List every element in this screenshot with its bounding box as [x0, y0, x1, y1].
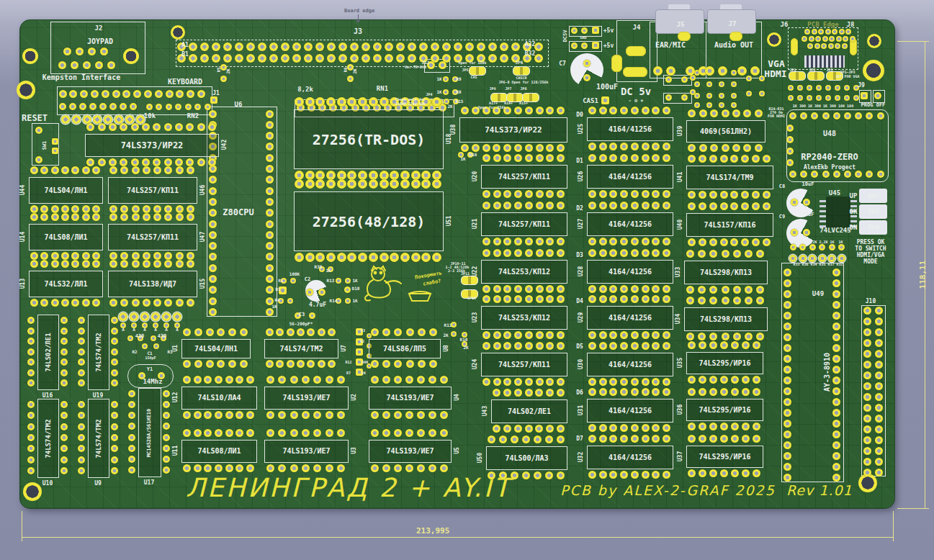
pad: [27, 317, 35, 324]
pad: [709, 238, 717, 246]
ic-ref: U15: [199, 278, 206, 288]
pad: [699, 155, 706, 163]
pad: [631, 202, 639, 209]
pad: [545, 471, 553, 479]
pad: [706, 81, 712, 87]
pad: [863, 425, 871, 433]
pad: [571, 27, 578, 34]
pad: [875, 415, 883, 423]
pad: [875, 371, 883, 379]
pad: [142, 343, 148, 349]
pad: [631, 285, 639, 293]
pad: [185, 104, 192, 110]
pad: [753, 435, 760, 443]
pad: [396, 54, 405, 63]
pad: [746, 76, 752, 81]
pad: [287, 360, 295, 368]
pad: [789, 255, 796, 262]
pcb-3d-viewport[interactable]: Board edge 213,995 118,11 ЛЕНИНГРАД 2 + …: [0, 0, 934, 560]
ic-u7: 74LS74/ТМ2: [264, 339, 338, 358]
pad: [642, 424, 650, 432]
pad: [143, 166, 151, 174]
pad: [371, 376, 379, 384]
pad: [835, 85, 840, 91]
pad: [557, 435, 565, 443]
pad: [745, 333, 753, 340]
pad: [783, 441, 791, 449]
silk-label: 1K: [436, 90, 441, 94]
pad: [801, 36, 807, 42]
pad: [305, 97, 315, 107]
pad: [394, 464, 402, 472]
ic-u41: 74LS174/ТМ9: [686, 166, 773, 189]
pad: [875, 458, 883, 466]
pad: [194, 464, 202, 472]
pad: [493, 238, 501, 245]
pad: [514, 107, 522, 114]
silk-label: JP5: [462, 68, 468, 72]
pad: [732, 144, 740, 152]
pad: [536, 190, 544, 198]
silk-label: FOR HDMI: [768, 114, 785, 118]
pad: [699, 202, 706, 210]
pad: [132, 260, 140, 268]
silk-label: R38: [315, 265, 323, 269]
pad: [175, 104, 181, 110]
ic-ref: U12: [172, 392, 179, 402]
pad: [164, 123, 172, 131]
silk-label: CAS1: [583, 98, 598, 104]
silk-label: CAS: [470, 76, 477, 79]
ic-ref: U39: [677, 125, 683, 135]
pad: [631, 424, 639, 432]
pad: [82, 166, 90, 174]
pad: [176, 299, 184, 307]
pad: [631, 238, 639, 245]
silk-label: 8,2k: [297, 86, 313, 93]
silk-label: R13: [327, 279, 335, 283]
dim-width-label: 213,995: [416, 527, 449, 535]
pad: [534, 435, 542, 443]
pad: [209, 209, 217, 217]
pad: [111, 456, 118, 464]
pad: [706, 102, 712, 108]
pad: [690, 75, 696, 81]
pad: [30, 166, 38, 174]
pad: [753, 341, 760, 349]
pad: [107, 61, 115, 69]
pad: [266, 121, 274, 129]
ic-ref: U22: [472, 266, 478, 276]
pad: [755, 144, 763, 152]
pad: [295, 253, 304, 262]
pad: [503, 425, 511, 433]
pad: [720, 238, 728, 246]
silk-label: J7: [729, 21, 737, 27]
pad: [209, 242, 217, 250]
pad: [132, 299, 140, 307]
silk-label: 1K: [352, 299, 357, 303]
silk-label: A: [165, 328, 168, 332]
silk-label: 56-200pF*: [289, 322, 313, 326]
pad: [194, 328, 202, 336]
pad: [246, 54, 255, 63]
pad: [742, 341, 750, 349]
pad: [371, 328, 379, 336]
ic-u24: 74LS257/КП11: [481, 353, 567, 376]
pad: [514, 425, 522, 433]
ic-u21: 74LS257/КП11: [481, 212, 567, 236]
pad: [197, 158, 205, 166]
pad: [642, 388, 650, 396]
jumper: [807, 71, 825, 81]
pad: [745, 250, 753, 258]
ic-ref: U36: [677, 404, 683, 414]
ic-ref: U1: [172, 345, 179, 352]
pad: [79, 103, 86, 110]
pad: [482, 238, 490, 245]
pad: [525, 378, 533, 386]
pad: [825, 85, 831, 91]
ic-ref: U44: [19, 184, 26, 194]
pad: [786, 159, 794, 166]
pad: [688, 469, 696, 477]
silk-label: 14Mhz: [143, 379, 162, 385]
pad: [51, 252, 59, 260]
pad: [642, 295, 650, 303]
